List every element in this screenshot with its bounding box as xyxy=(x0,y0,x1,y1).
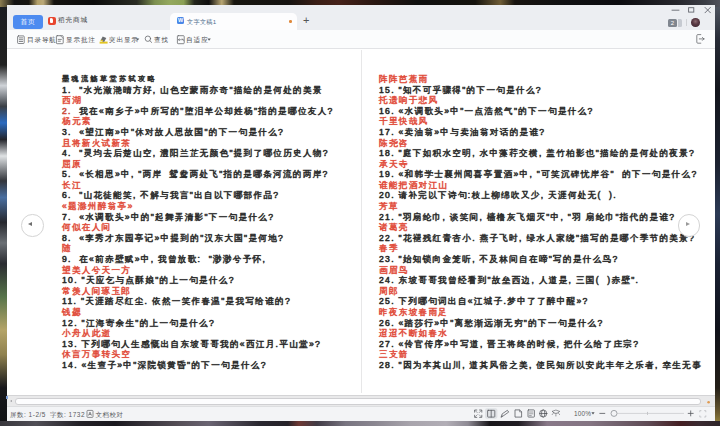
svg-text:100%: 100% xyxy=(574,410,591,417)
